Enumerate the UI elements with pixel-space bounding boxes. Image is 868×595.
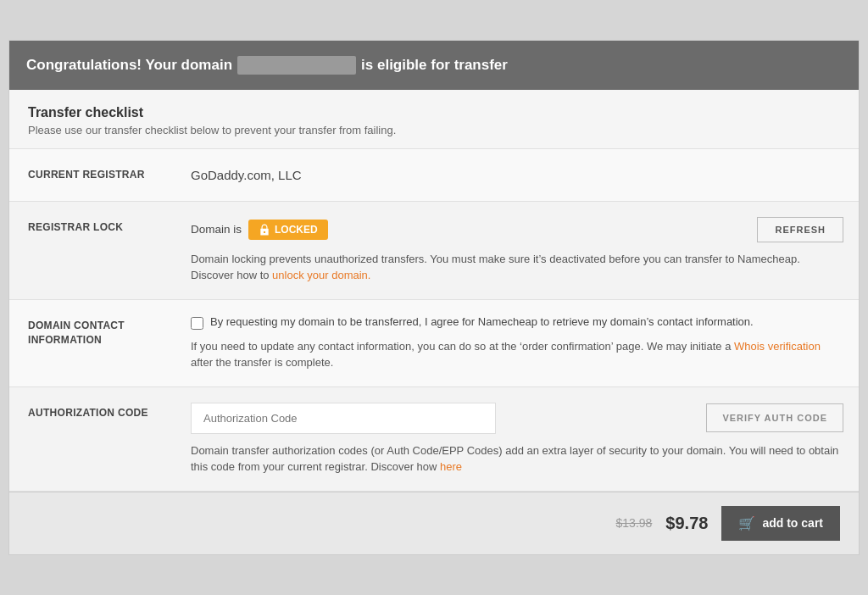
checklist-header: Transfer checklist Please use our transf… [9, 90, 859, 149]
current-registrar-row: CURRENT REGISTRAR GoDaddy.com, LLC [9, 149, 859, 202]
add-to-cart-label: add to cart [762, 516, 823, 530]
auth-code-content: VERIFY AUTH CODE Domain transfer authori… [179, 387, 859, 491]
registrar-lock-label: REGISTRAR LOCK [9, 202, 179, 299]
current-registrar-label: CURRENT REGISTRAR [9, 149, 179, 201]
contact-desc-prefix: If you need to update any contact inform… [191, 340, 734, 353]
domain-contact-label: DOMAIN CONTACT INFORMATION [9, 300, 179, 386]
auth-code-label: AUTHORIZATION CODE [9, 387, 179, 491]
whois-verification-link[interactable]: Whois verification [734, 340, 821, 353]
cart-icon: 🛒 [738, 515, 755, 531]
contact-checkbox-text: By requesting my domain to be transferre… [210, 315, 754, 328]
banner-prefix: Congratulations! Your domain [26, 57, 232, 74]
congratulations-banner: Congratulations! Your domain is eligible… [9, 41, 859, 90]
contact-desc-suffix: after the transfer is complete. [191, 356, 333, 369]
auth-code-row: AUTHORIZATION CODE VERIFY AUTH CODE Doma… [9, 387, 859, 492]
auth-top-section: VERIFY AUTH CODE [191, 403, 843, 434]
here-link[interactable]: here [440, 460, 462, 473]
checklist-title: Transfer checklist [28, 105, 840, 120]
current-registrar-content: GoDaddy.com, LLC [179, 149, 859, 201]
lock-top-section: Domain is LOCKED REFRESH [191, 217, 843, 242]
domain-contact-label-line1: DOMAIN CONTACT [28, 320, 125, 331]
domain-contact-row: DOMAIN CONTACT INFORMATION By requesting… [9, 300, 859, 387]
contact-description: If you need to update any contact inform… [191, 338, 843, 371]
old-price: $13.98 [616, 516, 653, 530]
verify-auth-code-button[interactable]: VERIFY AUTH CODE [706, 403, 843, 432]
lock-desc-line1: Domain locking prevents unauthorized tra… [191, 253, 800, 265]
footer: $13.98 $9.78 🛒 add to cart [9, 492, 859, 554]
checklist-subtitle: Please use our transfer checklist below … [28, 124, 840, 136]
lock-icon [259, 224, 270, 236]
lock-desc-prefix: Discover how to [191, 269, 272, 281]
auth-code-input[interactable] [191, 403, 496, 434]
registrar-value: GoDaddy.com, LLC [191, 168, 302, 182]
locked-badge: LOCKED [248, 220, 328, 240]
auth-desc-text: Domain transfer authorization codes (or … [191, 444, 838, 474]
lock-description: Domain locking prevents unauthorized tra… [191, 251, 843, 284]
contact-checkbox[interactable] [191, 317, 203, 330]
auth-description: Domain transfer authorization codes (or … [191, 442, 843, 475]
lock-left-section: Domain is LOCKED [191, 220, 328, 240]
locked-text: LOCKED [275, 224, 318, 236]
banner-suffix: is eligible for transfer [361, 57, 508, 74]
domain-contact-content: By requesting my domain to be transferre… [179, 300, 859, 386]
registrar-lock-row: REGISTRAR LOCK Domain is LOCKED REFRESH … [9, 202, 859, 300]
unlock-domain-link[interactable]: unlock your domain. [272, 269, 370, 281]
new-price: $9.78 [665, 514, 708, 533]
contact-checkbox-label[interactable]: By requesting my domain to be transferre… [191, 315, 843, 330]
refresh-button[interactable]: REFRESH [757, 217, 843, 242]
registrar-lock-content: Domain is LOCKED REFRESH Domain locking … [179, 202, 859, 299]
domain-contact-label-line2: INFORMATION [28, 334, 102, 346]
domain-name-placeholder [237, 56, 356, 75]
domain-is-text: Domain is [191, 223, 242, 236]
add-to-cart-button[interactable]: 🛒 add to cart [721, 506, 840, 541]
